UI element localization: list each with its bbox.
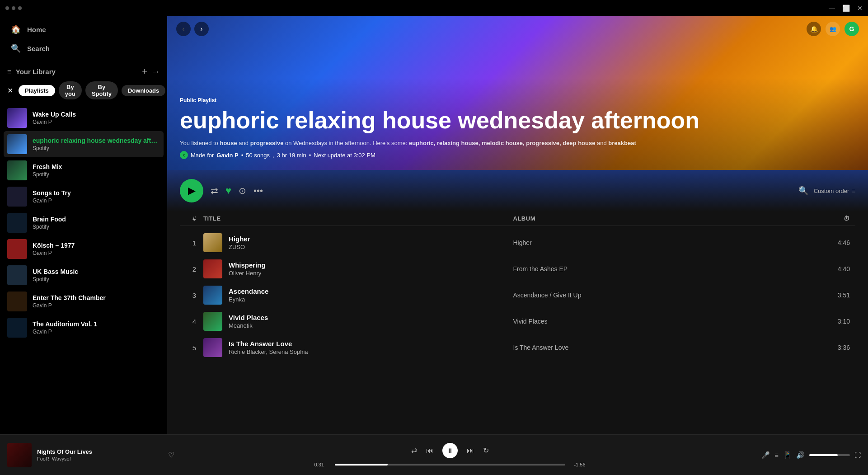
- table-row[interactable]: 1 Higher ZUSO Higher 4:46: [180, 230, 855, 256]
- track-number: 4: [185, 318, 203, 325]
- playlist-title: Songs to Try: [33, 189, 160, 197]
- list-item[interactable]: Brain Food Spotify: [4, 210, 164, 236]
- notifications-button[interactable]: 🔔: [807, 22, 821, 36]
- track-number: 5: [185, 344, 203, 352]
- filter-playlists[interactable]: Playlists: [19, 85, 55, 96]
- library-actions: + →: [142, 67, 160, 76]
- track-album: Vivid Places: [513, 318, 823, 325]
- list-item[interactable]: euphoric relaxing house wednesday aftern…: [4, 131, 164, 157]
- list-item[interactable]: Songs to Try Gavin P: [4, 183, 164, 210]
- expand-library-button[interactable]: →: [151, 67, 160, 76]
- next-button[interactable]: ⏭: [467, 447, 474, 455]
- desc-bold3: euphoric, relaxing house, melodic house,…: [409, 140, 596, 146]
- table-row[interactable]: 3 Ascendance Eynka Ascendance / Give It …: [180, 282, 855, 308]
- track-thumb: [203, 259, 222, 278]
- add-library-button[interactable]: +: [142, 67, 147, 76]
- now-playing-info: Nights Of Our Lives FooR, Wavysof: [37, 448, 163, 461]
- col-num: #: [185, 215, 203, 222]
- filter-by-spotify[interactable]: By Spotify: [85, 81, 118, 99]
- custom-order-button[interactable]: Custom order ≡: [814, 188, 855, 194]
- dot1: [5, 6, 9, 10]
- volume-bar[interactable]: [809, 454, 850, 456]
- shuffle-button[interactable]: ⇄: [211, 185, 218, 196]
- minimize-button[interactable]: —: [829, 5, 835, 12]
- hero-meta: ♫ Made for Gavin P • 50 songs , 3 hr 19 …: [180, 151, 855, 159]
- playlist-info: Songs to Try Gavin P: [33, 189, 160, 204]
- repeat-button[interactable]: ↻: [483, 446, 489, 455]
- playlist-content[interactable]: Public Playlist euphoric relaxing house …: [167, 16, 868, 475]
- now-playing-title: Nights Of Our Lives: [37, 448, 163, 455]
- track-info: Whispering Oliver Henry: [203, 259, 513, 278]
- playlist-sub: Gavin P: [33, 250, 160, 256]
- forward-button[interactable]: ›: [194, 22, 209, 36]
- table-row[interactable]: 4 Vivid Places Meanetik Vivid Places 3:1…: [180, 308, 855, 334]
- playlist-title: Kölsch – 1977: [33, 242, 160, 249]
- track-number: 1: [185, 239, 203, 247]
- playlist-sub: Gavin P: [33, 302, 160, 309]
- duration-col: 3:36: [823, 344, 850, 351]
- connect-button[interactable]: 📱: [783, 451, 792, 459]
- track-thumb: [203, 338, 222, 357]
- meta-update: Next update at 3:02 PM: [314, 152, 375, 159]
- list-item[interactable]: Wake Up Calls Gavin P: [4, 105, 164, 131]
- dot2: [12, 6, 15, 10]
- table-row[interactable]: 2 Whispering Oliver Henry From the Ashes…: [180, 256, 855, 282]
- spotify-logo: ♫: [180, 151, 188, 159]
- sidebar-item-home[interactable]: 🏠 Home: [5, 20, 162, 39]
- bottom-player: Nights Of Our Lives FooR, Wavysof ♡ ⇄ ⏮ …: [0, 434, 868, 475]
- shuffle-player-button[interactable]: ⇄: [411, 446, 417, 455]
- desc-bold1: house: [220, 140, 237, 146]
- playlist-sub: Gavin P: [33, 329, 160, 335]
- progress-bar[interactable]: [335, 464, 565, 466]
- library-list: Wake Up Calls Gavin P euphoric relaxing …: [0, 103, 167, 475]
- prev-button[interactable]: ⏮: [426, 447, 433, 455]
- meta-songs: 50 songs: [246, 152, 270, 159]
- back-button[interactable]: ‹: [176, 22, 191, 36]
- lyrics-button[interactable]: 🎤: [761, 451, 770, 459]
- now-playing-heart[interactable]: ♡: [168, 451, 174, 459]
- track-title: Ascendance: [229, 287, 268, 295]
- list-item[interactable]: The Auditorium Vol. 1 Gavin P: [4, 315, 164, 341]
- track-duration: 4:40: [838, 265, 850, 273]
- playlist-thumb: [7, 213, 27, 233]
- sidebar-item-search[interactable]: 🔍 Search: [5, 39, 162, 58]
- pause-button[interactable]: ⏸: [442, 443, 458, 458]
- playlist-info: euphoric relaxing house wednesday aftern…: [33, 137, 160, 151]
- your-library-button[interactable]: ≡ Your Library: [7, 68, 56, 75]
- list-item[interactable]: UK Bass Music Spotify: [4, 262, 164, 288]
- like-button[interactable]: ♥: [225, 185, 231, 197]
- list-item[interactable]: Fresh Mix Spotify: [4, 157, 164, 183]
- home-icon: 🏠: [11, 24, 21, 34]
- play-button[interactable]: ▶: [180, 179, 203, 202]
- track-text: Ascendance Eynka: [229, 287, 268, 303]
- filter-downloads[interactable]: Downloads: [122, 85, 165, 96]
- track-thumb: [203, 312, 222, 331]
- download-button[interactable]: ⊙: [239, 185, 246, 196]
- more-options-button[interactable]: •••: [253, 186, 263, 196]
- track-album: Ascendance / Give It Up: [513, 292, 823, 299]
- meta-dot1: •: [241, 152, 244, 159]
- playlist-title: The Auditorium Vol. 1: [33, 320, 160, 328]
- track-rows: 1 Higher ZUSO Higher 4:46 2 Whispering O…: [180, 230, 855, 361]
- list-icon: ≡: [852, 188, 855, 194]
- duration-col: 3:10: [823, 318, 850, 325]
- track-thumb: [203, 286, 222, 305]
- fullscreen-button[interactable]: ⛶: [854, 451, 861, 459]
- queue-button[interactable]: ≡: [774, 451, 779, 459]
- close-button[interactable]: ✕: [857, 5, 863, 12]
- table-row[interactable]: 5 Is The Answer Love Richie Blacker, Ser…: [180, 334, 855, 361]
- list-item[interactable]: Kölsch – 1977 Gavin P: [4, 236, 164, 262]
- list-item[interactable]: Enter The 37th Chamber Gavin P: [4, 288, 164, 315]
- search-tracks-button[interactable]: 🔍: [798, 186, 808, 196]
- user-avatar-button[interactable]: G: [845, 22, 859, 36]
- library-title: Your Library: [16, 68, 56, 75]
- player-right: 🎤 ≡ 📱 🔊 ⛶: [725, 451, 861, 459]
- users-button[interactable]: 👥: [826, 22, 840, 36]
- volume-icon[interactable]: 🔊: [796, 451, 805, 459]
- track-info: Higher ZUSO: [203, 233, 513, 252]
- filter-by-you[interactable]: By you: [59, 81, 82, 99]
- col-title: Title: [203, 215, 513, 222]
- filter-close-button[interactable]: ✕: [5, 85, 15, 97]
- track-duration: 4:46: [838, 239, 850, 246]
- maximize-button[interactable]: ⬜: [842, 5, 850, 12]
